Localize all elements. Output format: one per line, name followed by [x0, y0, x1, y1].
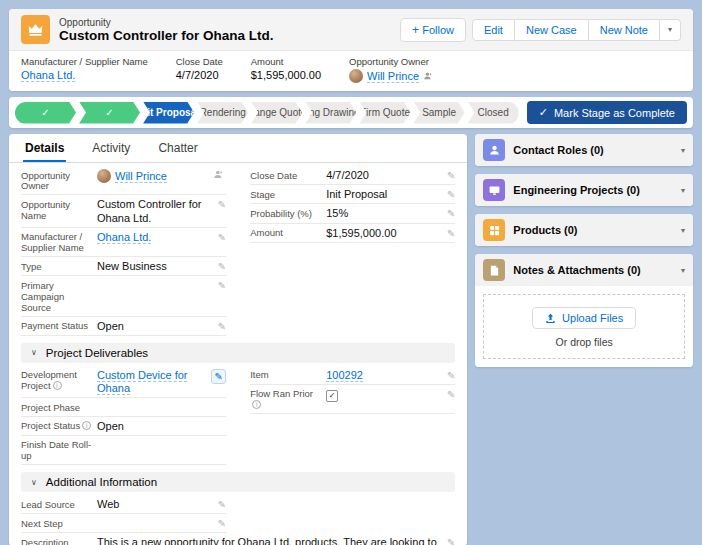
field-lead-source: Lead Source Web ✎: [21, 495, 226, 514]
engineering-projects-header[interactable]: Engineering Projects (0) ▾: [475, 174, 693, 206]
field-label: Payment Status: [21, 320, 97, 332]
field-type: Type New Business ✎: [21, 257, 226, 276]
change-owner-icon[interactable]: [211, 169, 226, 180]
development-project-link[interactable]: Custom Device for Ohana: [97, 369, 187, 395]
field-next-step: Next Step ✎: [21, 514, 226, 533]
contact-roles-header[interactable]: Contact Roles (0) ▾: [475, 134, 693, 166]
field-item: Item 100292 ✎: [250, 366, 455, 385]
path-stage-closed[interactable]: Closed: [468, 102, 519, 124]
products-card: Products (0) ▾: [475, 214, 693, 246]
entity-block: Opportunity Custom Controller for Ohana …: [21, 15, 274, 44]
edit-icon[interactable]: ✎: [440, 169, 455, 182]
record-header-top: Opportunity Custom Controller for Ohana …: [9, 9, 693, 50]
upload-files-label: Upload Files: [562, 312, 623, 324]
edit-icon[interactable]: ✎: [211, 369, 226, 384]
upload-icon: [545, 313, 556, 324]
field-label: Development Project: [21, 369, 77, 391]
field-value: $1,595,000.00: [326, 227, 440, 240]
path-stage-range-quote[interactable]: Range Quote: [251, 102, 302, 124]
follow-button[interactable]: + Follow: [400, 18, 466, 42]
edit-icon[interactable]: ✎: [211, 517, 226, 530]
tab-chatter[interactable]: Chatter: [156, 134, 199, 162]
edit-icon[interactable]: ✎: [440, 188, 455, 201]
field-label: Probability (%): [250, 207, 326, 219]
field-label: Primary Campaign Source: [21, 279, 97, 313]
section-collapse-icon: ∨: [31, 478, 37, 487]
field-opportunity-owner: Opportunity Owner Will Prince: [21, 166, 226, 195]
edit-icon[interactable]: ✎: [211, 498, 226, 511]
section-title: Project Deliverables: [46, 347, 148, 359]
notes-attachments-card: Notes & Attachments (0) ▾ Upload Files O…: [475, 254, 693, 367]
highlight-label: Opportunity Owner: [349, 56, 433, 67]
change-owner-icon[interactable]: [423, 71, 433, 81]
engineering-projects-icon: [483, 179, 505, 201]
info-icon: i: [82, 421, 91, 430]
tab-details[interactable]: Details: [23, 134, 66, 162]
highlight-close-date: Close Date 4/7/2020: [176, 56, 223, 83]
field-label: Opportunity Owner: [21, 169, 97, 192]
edit-icon[interactable]: ✎: [211, 198, 226, 211]
path-stage-init-proposal[interactable]: Init Proposal: [143, 102, 194, 124]
edit-icon[interactable]: ✎: [440, 227, 455, 240]
page: Opportunity Custom Controller for Ohana …: [0, 0, 702, 545]
path-stage-2[interactable]: ✓: [79, 102, 140, 124]
notes-attachments-header[interactable]: Notes & Attachments (0) ▾: [475, 254, 693, 286]
chevron-down-icon[interactable]: ▾: [681, 226, 685, 235]
edit-icon[interactable]: ✎: [440, 207, 455, 220]
check-icon: ✓: [539, 106, 548, 119]
path-stage-eng-drawing[interactable]: Eng Drawing: [305, 102, 356, 124]
action-button-group: Edit New Case New Note ▾: [472, 19, 681, 41]
field-label: Project Phase: [21, 401, 97, 413]
chevron-down-icon[interactable]: ▾: [681, 186, 685, 195]
check-icon: ✓: [105, 107, 113, 118]
file-dropzone[interactable]: Upload Files Or drop files: [483, 294, 685, 359]
path-stage-1[interactable]: ✓: [15, 102, 76, 124]
chevron-down-icon[interactable]: ▾: [681, 266, 685, 275]
field-label: Opportunity Name: [21, 198, 97, 221]
section-project-deliverables[interactable]: ∨ Project Deliverables: [21, 343, 455, 363]
mark-stage-complete-button[interactable]: ✓Mark Stage as Complete: [527, 101, 687, 124]
mark-stage-label: Mark Stage as Complete: [554, 107, 675, 119]
field-description: Description This is a new opportunity fo…: [21, 533, 455, 545]
edit-icon[interactable]: ✎: [211, 279, 226, 292]
more-actions-button[interactable]: ▾: [660, 19, 681, 41]
field-flow-ran-prior: Flow Ran Priori ✓ ✎: [250, 385, 455, 414]
edit-icon[interactable]: ✎: [211, 231, 226, 244]
opportunity-owner-link[interactable]: Will Prince: [115, 170, 167, 183]
edit-icon[interactable]: ✎: [440, 369, 455, 382]
field-value: New Business: [97, 260, 211, 273]
owner-link[interactable]: Will Prince: [367, 70, 419, 83]
field-label: Amount: [250, 227, 326, 239]
field-value: 4/7/2020: [326, 169, 440, 182]
new-note-button[interactable]: New Note: [589, 19, 660, 41]
field-label: Type: [21, 260, 97, 272]
field-probability: Probability (%) 15% ✎: [250, 204, 455, 223]
chevron-down-icon[interactable]: ▾: [681, 146, 685, 155]
sales-path: ✓ ✓ Init Proposal Rendering Range Quote …: [15, 102, 519, 124]
manufacturer-link[interactable]: Ohana Ltd.: [97, 231, 151, 244]
new-case-button[interactable]: New Case: [515, 19, 589, 41]
path-stage-sample[interactable]: Sample: [414, 102, 465, 124]
section-collapse-icon: ∨: [31, 348, 37, 357]
edit-icon[interactable]: ✎: [440, 388, 455, 401]
path-stage-rendering[interactable]: Rendering: [197, 102, 248, 124]
products-header[interactable]: Products (0) ▾: [475, 214, 693, 246]
highlight-label: Amount: [251, 56, 321, 67]
upload-files-button[interactable]: Upload Files: [532, 307, 636, 329]
field-label: Manufacturer / Supplier Name: [21, 231, 97, 254]
edit-button[interactable]: Edit: [472, 19, 515, 41]
section-additional-information[interactable]: ∨ Additional Information: [21, 472, 455, 492]
tab-activity[interactable]: Activity: [90, 134, 132, 162]
item-link[interactable]: 100292: [326, 369, 363, 382]
edit-icon[interactable]: ✎: [211, 260, 226, 273]
flow-ran-prior-checkbox[interactable]: ✓: [326, 390, 338, 402]
field-value: 15%: [326, 207, 440, 220]
notes-icon: [483, 259, 505, 281]
edit-icon[interactable]: ✎: [211, 320, 226, 333]
highlight-value: $1,595,000.00: [251, 69, 321, 81]
field-label: Item: [250, 369, 326, 381]
details-content: Opportunity Owner Will Prince Opportunit…: [9, 163, 467, 545]
manufacturer-link[interactable]: Ohana Ltd.: [21, 69, 75, 82]
path-stage-firm-quote[interactable]: Firm Quote: [359, 102, 410, 124]
edit-icon[interactable]: ✎: [440, 536, 455, 545]
